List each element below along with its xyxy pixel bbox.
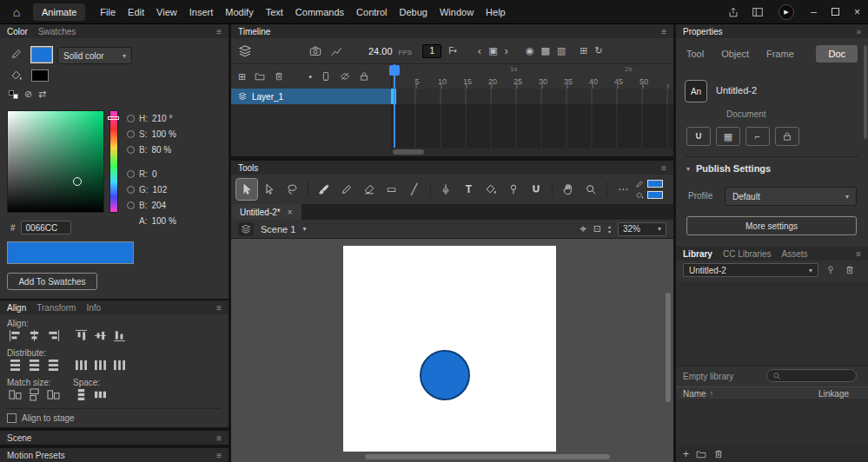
snap-magnet-tool[interactable] — [526, 179, 547, 200]
vertical-scrollbar[interactable] — [665, 242, 672, 448]
space-vertical-button[interactable] — [73, 388, 89, 401]
loop-icon[interactable]: ↻ — [595, 45, 603, 56]
fill-bucket-icon[interactable] — [10, 69, 23, 82]
g-radio[interactable] — [127, 186, 135, 194]
panel-menu-icon[interactable]: ≡ — [661, 163, 666, 173]
tab-align[interactable]: Align — [7, 303, 26, 313]
eraser-tool[interactable] — [359, 179, 380, 200]
b-radio[interactable] — [127, 146, 135, 154]
delete-item-icon[interactable] — [713, 449, 724, 459]
fill-color-chip[interactable] — [647, 191, 663, 199]
camera-icon[interactable] — [309, 45, 321, 57]
fill-color-chip[interactable] — [31, 69, 49, 82]
layer-name[interactable]: Layer_1 — [252, 92, 283, 102]
r-radio[interactable] — [127, 170, 135, 178]
rectangle-tool[interactable]: ▭ — [381, 179, 402, 200]
zoom-select[interactable]: 32% ▾ — [618, 222, 666, 236]
snap-to-objects-button[interactable] — [686, 127, 711, 146]
snap-to-guides-button[interactable]: ⌐ — [745, 127, 770, 146]
color-picker-cursor[interactable] — [73, 177, 82, 186]
more-tools-button[interactable]: ⋯ — [613, 179, 633, 200]
match-both-button[interactable] — [45, 388, 61, 401]
panel-menu-icon[interactable]: ≡ — [661, 27, 666, 36]
circle-shape[interactable] — [420, 350, 470, 400]
stroke-color-chip[interactable] — [647, 180, 663, 188]
new-folder-icon[interactable] — [255, 71, 265, 82]
playhead-line[interactable] — [394, 64, 395, 148]
align-right-button[interactable] — [45, 329, 61, 342]
edit-multiple-frames-icon[interactable]: ▥ — [557, 45, 566, 56]
step-back-icon[interactable]: ‹ — [478, 44, 481, 57]
r-value[interactable]: 0 — [152, 169, 157, 179]
show-device-icon[interactable] — [321, 71, 331, 82]
pin-library-icon[interactable] — [824, 263, 838, 277]
no-color-icon[interactable]: ⊘ — [24, 89, 32, 100]
tool-stroke-color[interactable] — [635, 180, 663, 188]
pencil-tool[interactable] — [336, 179, 357, 200]
lasso-tool[interactable] — [282, 179, 302, 200]
tab-library[interactable]: Library — [683, 249, 712, 259]
b-value[interactable]: 80 % — [151, 145, 171, 155]
column-name[interactable]: Name — [683, 389, 706, 399]
stroke-pencil-icon[interactable] — [10, 48, 23, 60]
align-bottom-button[interactable] — [111, 329, 127, 342]
step-forward-icon[interactable]: › — [505, 44, 508, 57]
panel-menu-icon[interactable]: ≡ — [856, 249, 861, 259]
scene-panel-header[interactable]: Scene ≡ — [0, 431, 229, 445]
panel-menu-icon[interactable]: ≡ — [216, 27, 222, 36]
tab-object[interactable]: Object — [721, 49, 749, 59]
s-value[interactable]: 100 % — [151, 129, 176, 139]
align-left-button[interactable] — [7, 329, 23, 342]
text-tool[interactable]: T — [458, 179, 479, 200]
color-type-dropdown[interactable]: Solid color ▾ — [57, 47, 132, 64]
delete-layer-icon[interactable] — [274, 71, 284, 82]
distribute-top-button[interactable] — [7, 359, 23, 372]
tab-transform[interactable]: Transform — [36, 303, 76, 313]
library-document-select[interactable]: Untitled-2 ▾ — [683, 263, 818, 277]
delete-library-item-icon[interactable] — [843, 263, 857, 277]
tab-info[interactable]: Info — [86, 303, 101, 313]
sort-up-icon[interactable]: ↑ — [710, 390, 713, 398]
lock-layers-icon[interactable] — [359, 71, 369, 82]
document-tab[interactable]: Untitled-2* × — [231, 204, 301, 220]
lock-guides-button[interactable] — [775, 127, 799, 146]
match-height-button[interactable] — [26, 388, 42, 401]
menu-control[interactable]: Control — [350, 0, 393, 24]
menu-insert[interactable]: Insert — [183, 0, 220, 24]
home-icon[interactable]: ⌂ — [5, 3, 28, 22]
b2-radio[interactable] — [127, 201, 135, 209]
default-colors-icon[interactable] — [9, 90, 19, 99]
center-stage-icon[interactable]: ⌖ — [580, 222, 586, 236]
timeline-scrollbar[interactable] — [231, 148, 673, 156]
layer-name-cell[interactable]: Layer_1 — [231, 89, 391, 104]
hex-input[interactable]: 0066CC — [21, 221, 71, 234]
workspace-icon[interactable] — [745, 1, 770, 23]
add-to-swatches-button[interactable]: Add To Swatches — [7, 273, 97, 290]
timeline-ruler[interactable]: 1s 2s 5 10 15 20 25 30 35 40 45 50 — [391, 64, 673, 89]
layer-row[interactable]: Layer_1 — [231, 89, 673, 104]
menu-text[interactable]: Text — [260, 0, 289, 24]
tab-assets[interactable]: Assets — [781, 249, 807, 259]
tab-color[interactable]: Color — [7, 27, 28, 36]
hue-slider-handle[interactable] — [108, 116, 119, 120]
g-value[interactable]: 102 — [153, 185, 168, 195]
menu-modify[interactable]: Modify — [219, 0, 259, 24]
menu-file[interactable]: File — [94, 0, 122, 24]
menu-commands[interactable]: Commands — [289, 0, 350, 24]
close-tab-icon[interactable]: × — [288, 208, 293, 217]
align-top-button[interactable] — [73, 329, 89, 342]
motion-presets-panel-header[interactable]: Motion Presets ≡ — [0, 448, 229, 462]
menu-view[interactable]: View — [150, 0, 183, 24]
distribute-right-button[interactable] — [111, 359, 127, 372]
align-hcenter-button[interactable] — [26, 329, 42, 342]
chevron-down-icon[interactable]: ▾ — [302, 225, 306, 233]
zoom-stepper[interactable]: ▴ ▾ — [608, 224, 611, 234]
distribute-left-button[interactable] — [73, 359, 89, 372]
maximize-button[interactable] — [825, 0, 846, 24]
distribute-vcenter-button[interactable] — [26, 359, 42, 372]
app-menu-animate[interactable]: Animate — [33, 3, 85, 21]
subselection-tool[interactable] — [259, 179, 280, 200]
hide-layers-icon[interactable] — [340, 71, 350, 82]
tab-frame[interactable]: Frame — [766, 49, 794, 59]
pen-tool[interactable] — [436, 179, 457, 200]
